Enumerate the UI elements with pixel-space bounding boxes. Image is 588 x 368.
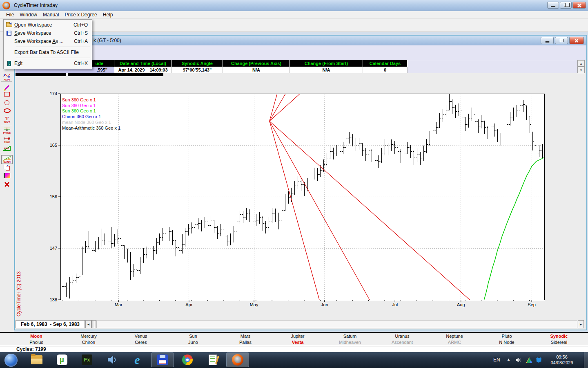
planet-cell-mercury[interactable]: MercuryChiron [62, 333, 115, 346]
planet-cell-synodic[interactable]: SynodicSidereal [533, 333, 585, 346]
text-tool-icon[interactable]: TTEXT [1, 116, 13, 124]
legend-item: Sun 360 Geo x 1 [62, 108, 120, 114]
dropbox-icon[interactable] [536, 357, 542, 363]
menu-item-window[interactable]: Window [17, 11, 40, 18]
taskbar-app-utorrent[interactable]: µ [51, 352, 74, 367]
planet-bottom-label: Pholus [10, 339, 62, 346]
taskbar: EN ▲ 09:56 04/03/2029 µFxe [0, 352, 588, 368]
table-scroll-up-button[interactable]: ▲ [577, 60, 585, 67]
taskbar-app-text-editor[interactable] [201, 352, 224, 367]
ellipse-icon[interactable] [1, 108, 13, 113]
window-title: CycleTimer Intraday [14, 2, 58, 8]
close-button[interactable] [572, 2, 586, 9]
scrollbar-track[interactable] [96, 320, 577, 328]
google-drive-icon[interactable] [526, 357, 532, 363]
child-close-button[interactable] [569, 37, 584, 44]
menu-item-file[interactable]: File [3, 11, 17, 18]
taskbar-app-explorer[interactable] [25, 352, 48, 367]
file-menu: Open WorkspaceCtrl+OSave WorkspaceCtrl+S… [3, 19, 92, 69]
planet-cell-mars[interactable]: MarsPallas [219, 333, 272, 346]
menu-item-label: Save Workspace [14, 30, 74, 36]
planet-bottom-label: Ascendant [376, 339, 428, 346]
svg-text:Jul: Jul [392, 302, 398, 307]
menu-item-price-x-degree[interactable]: Price x Degree [62, 11, 100, 18]
table-filler [408, 60, 577, 73]
chart-window-title-bar: k (GT - 5:00) [15, 36, 586, 45]
file-menu-item-save-workspace[interactable]: Save WorkspaceCtrl+S [4, 29, 92, 37]
time-tool-icon[interactable]: TIME [1, 136, 13, 144]
pencil-icon[interactable] [1, 83, 13, 92]
taskbar-app-floppy-app[interactable] [151, 352, 174, 367]
show-desktop-button[interactable] [584, 352, 588, 368]
taskbar-app-fx-app[interactable]: Fx [76, 352, 98, 367]
notebook-icon[interactable] [1, 173, 13, 179]
file-menu-item-exit[interactable]: ExitCtrl+X [4, 59, 92, 67]
restore-button[interactable] [560, 2, 572, 9]
scroll-left-button[interactable]: ◄ [85, 320, 91, 328]
menu-separator [16, 47, 90, 47]
legend-item: Sun 360 Geo x 1 [62, 97, 120, 103]
svg-text:Apr: Apr [185, 302, 192, 307]
menu-item-shortcut: Ctrl+S [74, 30, 92, 36]
planet-top-label: Sun [167, 333, 219, 339]
file-menu-item-export-bar-data-to-ascii-file[interactable]: Export Bar Data To ASCII File [4, 48, 92, 56]
chart-legend: Sun 360 Geo x 1Sun 360 Geo x 1Sun 360 Ge… [62, 97, 120, 131]
menu-item-label: Exit [14, 61, 74, 66]
gann-tool-icon[interactable]: GANN [1, 155, 13, 164]
menu-item-label: Export Bar Data To ASCII File [14, 49, 88, 55]
taskbar-app-internet-explorer[interactable]: e [126, 352, 149, 367]
planet-cell-sun[interactable]: SunJuno [167, 333, 219, 346]
scroll-right-button[interactable]: ► [578, 320, 584, 328]
planet-top-label: Synodic [533, 333, 585, 339]
close-icon [575, 39, 579, 43]
copy-icon[interactable] [1, 164, 13, 171]
planet-cell-neptune[interactable]: NeptuneARMC [428, 333, 481, 346]
open-folder-icon [4, 23, 14, 27]
svg-text:174: 174 [50, 91, 57, 96]
svg-text:Mar: Mar [115, 302, 122, 307]
svg-text:Sep: Sep [528, 302, 536, 307]
rectangle-icon[interactable] [1, 92, 13, 97]
planet-cell-pluto[interactable]: PlutoN Node [481, 333, 533, 346]
child-minimize-button[interactable] [541, 37, 554, 44]
menu-item-manual[interactable]: Manual [40, 11, 62, 18]
planet-top-label: Moon [10, 333, 62, 339]
start-button[interactable] [3, 353, 19, 367]
info-panel-spacer [15, 45, 586, 60]
planet-cell-venus[interactable]: VenusCeres [115, 333, 167, 346]
price-tool-icon[interactable]: PRICE [1, 127, 13, 135]
minimize-icon [545, 41, 549, 43]
planet-bottom-label: Midheaven [324, 339, 376, 346]
taskbar-clock[interactable]: 09:56 04/03/2029 [546, 354, 578, 366]
tray-chevron-up-icon[interactable]: ▲ [507, 357, 510, 361]
delete-icon[interactable] [1, 181, 13, 187]
svg-text:Aug: Aug [457, 302, 465, 307]
language-indicator[interactable]: EN [493, 357, 500, 363]
file-menu-item-save-workspace-as-[interactable]: Save Workspace As ...Ctrl+A [4, 37, 92, 45]
aspect-icon[interactable]: ASPT [1, 73, 13, 81]
planet-bottom-label: ARMC [428, 339, 481, 346]
planet-cell-uranus[interactable]: UranusAscendant [376, 333, 428, 346]
minimize-icon [551, 6, 555, 7]
taskbar-app-cycletimer[interactable] [226, 352, 249, 367]
minimize-button[interactable] [547, 2, 559, 9]
circle-icon[interactable] [1, 100, 13, 105]
table-scroll-down-button[interactable]: ▼ [577, 67, 585, 73]
child-maximize-button[interactable] [555, 37, 568, 44]
menu-item-help[interactable]: Help [100, 11, 116, 18]
taskbar-app-chrome[interactable] [176, 352, 199, 367]
svg-text:156: 156 [50, 194, 57, 199]
table-header-cell: Change (Previous Axis) [223, 60, 290, 67]
planet-cell-moon[interactable]: MoonPholus [10, 333, 62, 346]
planet-cell-jupiter[interactable]: JupiterVesta [272, 333, 324, 346]
planet-bottom-label: Ceres [115, 339, 167, 346]
planet-bottom-label: Sidereal [533, 339, 585, 346]
planet-cell-saturn[interactable]: SaturnMidheaven [324, 333, 376, 346]
tray-volume-icon[interactable] [515, 357, 522, 363]
scrollbar-thumb[interactable] [91, 320, 96, 328]
ptv-tool-icon[interactable]: PTV [1, 146, 13, 151]
file-menu-item-open-workspace[interactable]: Open WorkspaceCtrl+O [4, 21, 92, 29]
menu-separator [16, 58, 90, 58]
planet-bottom-label: Pallas [219, 339, 272, 346]
taskbar-app-volume-mixer[interactable] [101, 352, 124, 367]
